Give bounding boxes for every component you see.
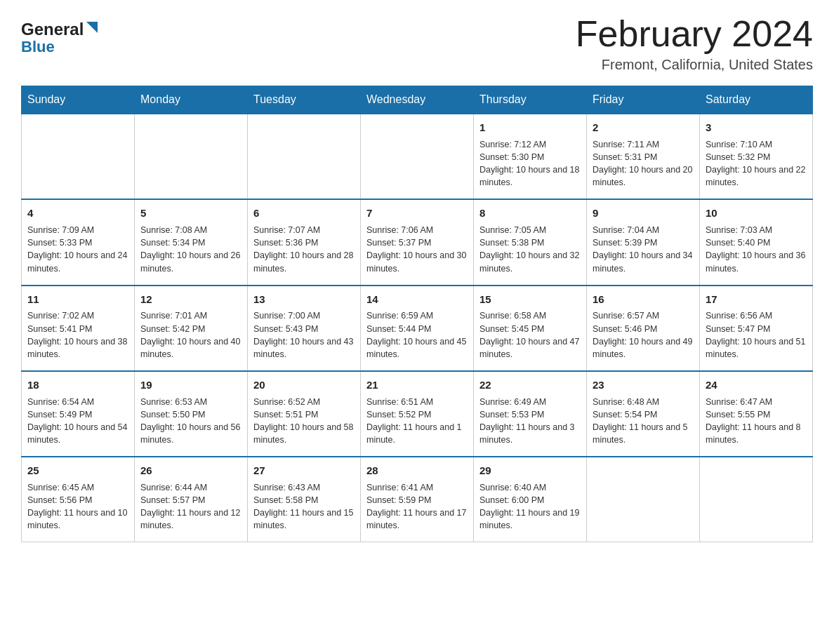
calendar-cell: 13Sunrise: 7:00 AMSunset: 5:43 PMDayligh… xyxy=(248,286,361,371)
calendar-cell: 15Sunrise: 6:58 AMSunset: 5:45 PMDayligh… xyxy=(474,286,587,371)
day-number: 9 xyxy=(593,206,694,221)
day-info: Sunrise: 7:03 AMSunset: 5:40 PMDaylight:… xyxy=(706,224,807,275)
col-header-wednesday: Wednesday xyxy=(361,86,474,114)
calendar-week-row: 1Sunrise: 7:12 AMSunset: 5:30 PMDaylight… xyxy=(22,114,813,199)
day-info: Sunrise: 7:12 AMSunset: 5:30 PMDaylight:… xyxy=(479,138,581,189)
day-info: Sunrise: 6:51 AMSunset: 5:52 PMDaylight:… xyxy=(366,396,468,447)
calendar-week-row: 25Sunrise: 6:45 AMSunset: 5:56 PMDayligh… xyxy=(22,457,813,542)
calendar-cell: 29Sunrise: 6:40 AMSunset: 6:00 PMDayligh… xyxy=(474,457,587,542)
day-info: Sunrise: 6:49 AMSunset: 5:53 PMDaylight:… xyxy=(479,396,581,447)
location-title: Fremont, California, United States xyxy=(576,57,813,73)
calendar-week-row: 11Sunrise: 7:02 AMSunset: 5:41 PMDayligh… xyxy=(22,286,813,371)
calendar-cell: 3Sunrise: 7:10 AMSunset: 5:32 PMDaylight… xyxy=(700,114,813,199)
calendar-cell: 28Sunrise: 6:41 AMSunset: 5:59 PMDayligh… xyxy=(361,457,474,542)
day-number: 8 xyxy=(479,206,581,221)
logo-general-text: General xyxy=(21,20,84,39)
calendar-cell: 12Sunrise: 7:01 AMSunset: 5:42 PMDayligh… xyxy=(135,286,248,371)
logo-arrow-icon xyxy=(85,20,100,39)
day-number: 29 xyxy=(479,463,581,478)
calendar-cell: 27Sunrise: 6:43 AMSunset: 5:58 PMDayligh… xyxy=(248,457,361,542)
col-header-sunday: Sunday xyxy=(22,86,135,114)
calendar-cell xyxy=(135,114,248,199)
day-number: 15 xyxy=(479,292,581,307)
day-number: 21 xyxy=(366,377,468,393)
calendar-cell: 2Sunrise: 7:11 AMSunset: 5:31 PMDaylight… xyxy=(587,114,700,199)
calendar-cell: 16Sunrise: 6:57 AMSunset: 5:46 PMDayligh… xyxy=(587,286,700,371)
calendar-week-row: 18Sunrise: 6:54 AMSunset: 5:49 PMDayligh… xyxy=(22,371,813,457)
day-info: Sunrise: 6:44 AMSunset: 5:57 PMDaylight:… xyxy=(140,481,241,532)
day-info: Sunrise: 6:53 AMSunset: 5:50 PMDaylight:… xyxy=(140,396,241,447)
day-info: Sunrise: 7:05 AMSunset: 5:38 PMDaylight:… xyxy=(479,224,581,275)
day-info: Sunrise: 7:04 AMSunset: 5:39 PMDaylight:… xyxy=(593,224,694,275)
col-header-tuesday: Tuesday xyxy=(248,86,361,114)
day-info: Sunrise: 6:41 AMSunset: 5:59 PMDaylight:… xyxy=(366,481,468,532)
calendar-cell xyxy=(587,457,700,542)
calendar-week-row: 4Sunrise: 7:09 AMSunset: 5:33 PMDaylight… xyxy=(22,199,813,285)
calendar-cell: 8Sunrise: 7:05 AMSunset: 5:38 PMDaylight… xyxy=(474,199,587,285)
day-number: 6 xyxy=(253,206,355,221)
calendar-cell: 21Sunrise: 6:51 AMSunset: 5:52 PMDayligh… xyxy=(361,371,474,457)
col-header-friday: Friday xyxy=(587,86,700,114)
calendar-cell: 7Sunrise: 7:06 AMSunset: 5:37 PMDaylight… xyxy=(361,199,474,285)
day-number: 14 xyxy=(366,292,468,307)
svg-marker-0 xyxy=(86,22,98,33)
day-info: Sunrise: 7:02 AMSunset: 5:41 PMDaylight:… xyxy=(27,309,128,361)
month-title: February 2024 xyxy=(576,14,813,54)
day-number: 10 xyxy=(706,206,807,221)
day-number: 24 xyxy=(706,377,807,393)
day-info: Sunrise: 6:58 AMSunset: 5:45 PMDaylight:… xyxy=(479,309,581,361)
calendar-cell: 10Sunrise: 7:03 AMSunset: 5:40 PMDayligh… xyxy=(700,199,813,285)
day-info: Sunrise: 6:54 AMSunset: 5:49 PMDaylight:… xyxy=(27,396,128,447)
calendar-cell: 20Sunrise: 6:52 AMSunset: 5:51 PMDayligh… xyxy=(248,371,361,457)
calendar-cell: 14Sunrise: 6:59 AMSunset: 5:44 PMDayligh… xyxy=(361,286,474,371)
day-info: Sunrise: 6:43 AMSunset: 5:58 PMDaylight:… xyxy=(253,481,355,532)
day-number: 1 xyxy=(479,120,581,135)
day-info: Sunrise: 7:11 AMSunset: 5:31 PMDaylight:… xyxy=(593,138,694,189)
calendar-cell: 26Sunrise: 6:44 AMSunset: 5:57 PMDayligh… xyxy=(135,457,248,542)
day-number: 22 xyxy=(479,377,581,393)
calendar-cell: 5Sunrise: 7:08 AMSunset: 5:34 PMDaylight… xyxy=(135,199,248,285)
calendar-cell: 24Sunrise: 6:47 AMSunset: 5:55 PMDayligh… xyxy=(700,371,813,457)
calendar-cell xyxy=(22,114,135,199)
calendar-cell: 25Sunrise: 6:45 AMSunset: 5:56 PMDayligh… xyxy=(22,457,135,542)
day-number: 16 xyxy=(593,292,694,307)
day-number: 11 xyxy=(27,292,128,307)
day-info: Sunrise: 6:52 AMSunset: 5:51 PMDaylight:… xyxy=(253,396,355,447)
day-number: 12 xyxy=(140,292,241,307)
calendar-cell: 9Sunrise: 7:04 AMSunset: 5:39 PMDaylight… xyxy=(587,199,700,285)
logo-blue-text: Blue xyxy=(21,38,55,56)
day-info: Sunrise: 6:47 AMSunset: 5:55 PMDaylight:… xyxy=(706,396,807,447)
calendar-header-row: SundayMondayTuesdayWednesdayThursdayFrid… xyxy=(22,86,813,114)
day-number: 26 xyxy=(140,463,241,478)
day-number: 7 xyxy=(366,206,468,221)
calendar-cell xyxy=(361,114,474,199)
day-number: 23 xyxy=(593,377,694,393)
page-header: General Blue February 2024 Fremont, Cali… xyxy=(21,14,813,73)
calendar-cell: 18Sunrise: 6:54 AMSunset: 5:49 PMDayligh… xyxy=(22,371,135,457)
day-number: 3 xyxy=(706,120,807,135)
logo: General Blue xyxy=(21,14,100,56)
day-info: Sunrise: 6:59 AMSunset: 5:44 PMDaylight:… xyxy=(366,309,468,361)
calendar-cell: 19Sunrise: 6:53 AMSunset: 5:50 PMDayligh… xyxy=(135,371,248,457)
col-header-thursday: Thursday xyxy=(474,86,587,114)
day-info: Sunrise: 7:08 AMSunset: 5:34 PMDaylight:… xyxy=(140,224,241,275)
day-info: Sunrise: 6:40 AMSunset: 6:00 PMDaylight:… xyxy=(479,481,581,532)
day-number: 19 xyxy=(140,377,241,393)
title-area: February 2024 Fremont, California, Unite… xyxy=(576,14,813,73)
calendar-cell: 22Sunrise: 6:49 AMSunset: 5:53 PMDayligh… xyxy=(474,371,587,457)
calendar-cell: 4Sunrise: 7:09 AMSunset: 5:33 PMDaylight… xyxy=(22,199,135,285)
day-info: Sunrise: 7:10 AMSunset: 5:32 PMDaylight:… xyxy=(706,138,807,189)
col-header-saturday: Saturday xyxy=(700,86,813,114)
col-header-monday: Monday xyxy=(135,86,248,114)
day-info: Sunrise: 7:01 AMSunset: 5:42 PMDaylight:… xyxy=(140,309,241,361)
day-info: Sunrise: 7:07 AMSunset: 5:36 PMDaylight:… xyxy=(253,224,355,275)
calendar-table: SundayMondayTuesdayWednesdayThursdayFrid… xyxy=(21,86,813,542)
calendar-cell: 23Sunrise: 6:48 AMSunset: 5:54 PMDayligh… xyxy=(587,371,700,457)
day-info: Sunrise: 7:09 AMSunset: 5:33 PMDaylight:… xyxy=(27,224,128,275)
day-info: Sunrise: 7:06 AMSunset: 5:37 PMDaylight:… xyxy=(366,224,468,275)
day-number: 18 xyxy=(27,377,128,393)
calendar-cell: 17Sunrise: 6:56 AMSunset: 5:47 PMDayligh… xyxy=(700,286,813,371)
day-number: 5 xyxy=(140,206,241,221)
day-number: 27 xyxy=(253,463,355,478)
day-info: Sunrise: 6:45 AMSunset: 5:56 PMDaylight:… xyxy=(27,481,128,532)
